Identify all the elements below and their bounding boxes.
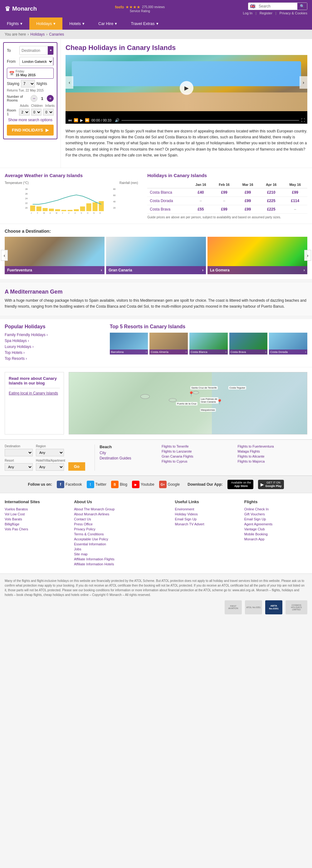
resort-costa-blanca[interactable]: Costa Blanca› bbox=[189, 333, 228, 354]
footer-billigfluge[interactable]: Billigflüge bbox=[5, 522, 68, 526]
dest-card-la-gomera[interactable]: La Gomera› bbox=[207, 237, 307, 274]
resort-select[interactable]: Any bbox=[5, 463, 33, 471]
malaga-flights[interactable]: Malaga Flights bbox=[238, 450, 308, 453]
hero-next[interactable]: › bbox=[300, 76, 307, 89]
dest-card-gran-canaria[interactable]: Gran Canaria› bbox=[106, 237, 206, 274]
date-picker[interactable]: 📅 Friday 15 May 2015 bbox=[7, 68, 54, 79]
step-forward-btn[interactable]: ⏩ bbox=[85, 118, 90, 122]
fullscreen-btn[interactable]: ⛶ bbox=[301, 118, 305, 122]
volume-icon[interactable]: 🔊 bbox=[115, 118, 119, 122]
nav-hotels[interactable]: Hotels▾ bbox=[62, 18, 92, 30]
footer-affiliate-flights[interactable]: Affiliate Information Flights bbox=[74, 557, 169, 561]
dest-next-btn[interactable]: › bbox=[304, 250, 311, 261]
nights-select[interactable]: 7351014 bbox=[21, 80, 35, 88]
skip-back-btn[interactable]: ⏮ bbox=[68, 118, 72, 122]
footer-check-in[interactable]: Online Check In bbox=[244, 507, 307, 511]
breadcrumb-holidays[interactable]: Holidays bbox=[30, 32, 45, 36]
hotel-select[interactable]: Any bbox=[36, 463, 64, 471]
footer-affiliate-hotels[interactable]: Affiliate Information Hotels bbox=[74, 562, 169, 566]
breadcrumb-canaries[interactable]: Canaries bbox=[49, 32, 64, 36]
footer-email-signup[interactable]: Email Sign Up bbox=[175, 517, 238, 521]
nav-flights[interactable]: Flights▾ bbox=[0, 18, 29, 30]
resort-barcelona[interactable]: Barcelona› bbox=[110, 333, 148, 354]
nav-carhire[interactable]: Car Hire▾ bbox=[92, 18, 124, 30]
gran-canaria-flights[interactable]: Gran Canaria Flights bbox=[162, 455, 232, 458]
region-select[interactable]: Any bbox=[36, 449, 64, 456]
nav-extras[interactable]: Travel Extras▾ bbox=[124, 18, 165, 30]
search-button[interactable]: 🔍 bbox=[297, 3, 307, 10]
footer-essential[interactable]: Essential Information bbox=[74, 542, 169, 546]
footer-vols-pas[interactable]: Vols Pas Chers bbox=[5, 527, 68, 531]
dest-card-fuerteventura[interactable]: Fuerteventura› bbox=[5, 237, 105, 274]
footer-privacy[interactable]: Privacy Policy bbox=[74, 527, 169, 531]
footer-sitemap[interactable]: Site map bbox=[74, 552, 169, 556]
footer-monarch-tv[interactable]: Monarch TV Advert bbox=[175, 522, 238, 526]
from-icon[interactable]: ✦ bbox=[53, 57, 54, 66]
footer-monarch-airlines[interactable]: About Monarch Airlines bbox=[74, 512, 169, 516]
privacy-link[interactable]: Privacy & Cookies bbox=[280, 11, 307, 15]
footer-vols-barats[interactable]: Vols Barats bbox=[5, 517, 68, 521]
search-input[interactable] bbox=[257, 3, 297, 10]
hero-prev[interactable]: ‹ bbox=[66, 76, 73, 89]
rooms-increase[interactable]: + bbox=[47, 95, 54, 102]
resort-costa-almeria[interactable]: Costa Almería› bbox=[149, 333, 188, 354]
footer-press[interactable]: Press Office bbox=[74, 522, 169, 526]
footer-mobile[interactable]: Mobile Booking bbox=[244, 532, 307, 536]
footer-vuelos[interactable]: Vuelos Baratos bbox=[5, 507, 68, 511]
flights-majorca[interactable]: Flights to Majorca bbox=[238, 460, 308, 463]
login-link[interactable]: Log In bbox=[243, 11, 252, 15]
footer-acceptable[interactable]: Acceptable Use Policy bbox=[74, 537, 169, 541]
footer-vantage[interactable]: Vantage Club bbox=[244, 527, 307, 531]
flights-lanzarote[interactable]: Flights to Lanzarote bbox=[162, 450, 232, 453]
youtube-link[interactable]: ▶ Youtube bbox=[132, 481, 154, 488]
show-more-options[interactable]: Show more search options bbox=[7, 118, 54, 122]
dest-tools-select[interactable] bbox=[5, 449, 33, 456]
blog-link-social[interactable]: B Blog bbox=[111, 481, 127, 488]
rooms-decrease[interactable]: − bbox=[31, 95, 37, 102]
resort-costa-dorada[interactable]: Costa Dorada› bbox=[269, 333, 307, 354]
footer-contact[interactable]: Contact Us bbox=[74, 517, 169, 521]
footer-app[interactable]: Monarch App bbox=[244, 537, 307, 541]
footer-terms[interactable]: Terms & Conditions bbox=[74, 532, 169, 536]
destination-icon[interactable]: ✦ bbox=[48, 46, 54, 55]
footer-monarch-group[interactable]: About The Monarch Group bbox=[74, 507, 169, 511]
table-row[interactable]: Costa Blanca bbox=[147, 188, 189, 196]
facebook-link[interactable]: f Facebook bbox=[57, 481, 82, 488]
flights-fuerteventura[interactable]: Flights to Fuerteventura bbox=[238, 444, 308, 448]
step-back-btn[interactable]: ⏪ bbox=[74, 118, 78, 122]
adults-select[interactable]: 2134 bbox=[19, 109, 30, 116]
flights-cyprus[interactable]: Flights to Cyprus bbox=[162, 460, 232, 463]
resort-costa-brava[interactable]: Costa Brava› bbox=[229, 333, 268, 354]
table-row[interactable]: Costa Dorada bbox=[147, 196, 189, 205]
popular-link-luxury[interactable]: Luxury Holidays › bbox=[5, 344, 104, 349]
footer-gift-vouchers[interactable]: Gift Vouchers bbox=[244, 512, 307, 516]
find-holidays-button[interactable]: FIND HOLIDAYS ▶ bbox=[7, 125, 54, 135]
dest-guides-link[interactable]: Destination Guides bbox=[100, 456, 155, 460]
play-button[interactable]: ▶ bbox=[180, 81, 194, 95]
nav-holidays[interactable]: Holidays▾ bbox=[29, 18, 62, 30]
popular-link-hotels[interactable]: Top Hotels › bbox=[5, 350, 104, 355]
children-select[interactable]: 0123 bbox=[31, 109, 42, 116]
footer-agent-agreements[interactable]: Agent Agreements bbox=[244, 522, 307, 526]
dest-prev-btn[interactable]: ‹ bbox=[1, 250, 8, 261]
footer-holiday-videos[interactable]: Holiday Videos bbox=[175, 512, 238, 516]
footer-jobs[interactable]: Jobs bbox=[74, 547, 169, 551]
flights-tenerife[interactable]: Flights to Tenerife bbox=[162, 444, 232, 448]
from-select[interactable]: London Gatwick bbox=[20, 58, 53, 65]
go-button[interactable]: Go bbox=[68, 462, 85, 471]
progress-bar[interactable] bbox=[122, 120, 299, 121]
destination-input[interactable] bbox=[20, 47, 48, 54]
google-link[interactable]: G+ Google bbox=[159, 481, 180, 488]
logo[interactable]: ♛ Monarch bbox=[5, 5, 37, 12]
footer-vol-low[interactable]: Vol Low Cost bbox=[5, 512, 68, 516]
table-row[interactable]: Costa Brava bbox=[147, 205, 189, 213]
city-link[interactable]: City bbox=[100, 451, 155, 455]
play-pause-btn[interactable]: ▶ bbox=[80, 118, 83, 122]
app-store-btn[interactable]: Available on theApp Store bbox=[228, 480, 254, 489]
popular-link-resorts[interactable]: Top Resorts › bbox=[5, 356, 104, 361]
flights-alicante[interactable]: Flights to Alicante bbox=[238, 455, 308, 458]
register-link[interactable]: Register bbox=[259, 11, 272, 15]
google-play-btn[interactable]: ▶ GET IT ONGoogle Play bbox=[258, 480, 284, 489]
popular-link-family[interactable]: Family Friendly Holidays › bbox=[5, 333, 104, 337]
blog-link[interactable]: Eating local in Canary Islands bbox=[9, 391, 58, 396]
